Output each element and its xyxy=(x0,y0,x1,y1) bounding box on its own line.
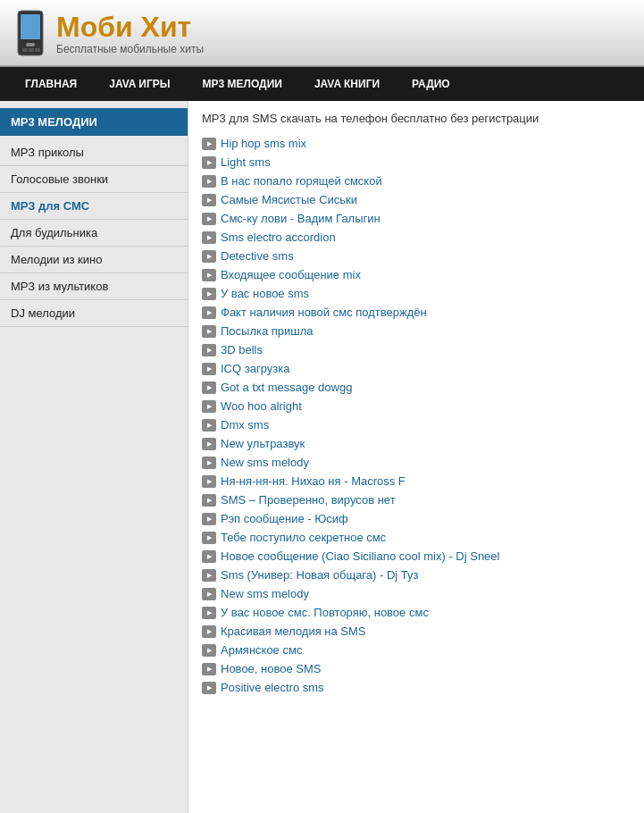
play-icon xyxy=(202,475,216,488)
track-list-item: Got a txt message dowgg xyxy=(202,378,631,397)
play-icon xyxy=(202,325,216,338)
play-icon xyxy=(202,363,216,375)
play-icon xyxy=(202,663,216,675)
sidebar: МР3 МЕЛОДИИ МРЗ приколы Голосовые звонки… xyxy=(0,101,188,334)
play-icon xyxy=(202,400,216,413)
sidebar-item-mp3-jokes[interactable]: МРЗ приколы xyxy=(0,139,188,166)
track-list-item: SMS – Проверенно, вирусов нет xyxy=(202,490,631,509)
sidebar-item-mp3-sms[interactable]: МРЗ для СМС xyxy=(0,193,188,220)
track-list-item: У вас новое sms xyxy=(202,284,631,303)
sidebar-item-dj[interactable]: DJ мелодии xyxy=(0,300,188,327)
track-link[interactable]: Рэп сообщение - Юсиф xyxy=(221,512,348,525)
track-link[interactable]: Новое сообщение (Ciao Siciliano cool mix… xyxy=(221,549,499,563)
play-icon xyxy=(202,250,216,263)
site-title: Моби Хит xyxy=(56,13,204,41)
track-link[interactable]: В нас попало горящей смской xyxy=(221,174,382,188)
track-link[interactable]: Входящее сообщение mix xyxy=(221,268,361,281)
track-link[interactable]: У вас новое sms xyxy=(221,287,309,300)
play-icon xyxy=(202,381,216,394)
track-link[interactable]: Самые Мясистые Сиськи xyxy=(221,193,357,206)
nav-item-radio[interactable]: РАДИО xyxy=(396,67,466,101)
nav: ГЛАВНАЯ JAVA ИГРЫ МР3 МЕЛОДИИ JAVA КНИГИ… xyxy=(0,67,644,101)
track-link[interactable]: SMS – Проверенно, вирусов нет xyxy=(221,493,396,507)
track-list-item: Detective sms xyxy=(202,247,631,265)
track-list-item: Sms (Универ: Новая общага) - Dj Туз xyxy=(202,566,631,584)
sidebar-item-cinema[interactable]: Мелодии из кино xyxy=(0,247,188,273)
play-icon xyxy=(202,344,216,356)
header: Моби Хит Бесплатные мобильные хиты xyxy=(0,0,644,67)
svg-rect-5 xyxy=(35,48,40,52)
play-icon xyxy=(202,569,216,582)
play-icon xyxy=(202,644,216,657)
track-link[interactable]: ICQ загрузка xyxy=(221,362,289,375)
play-icon xyxy=(202,419,216,432)
play-icon xyxy=(202,607,216,619)
track-list-item: Ня-ня-ня-ня. Нихао ня - Macross F xyxy=(202,472,631,490)
play-icon xyxy=(202,269,216,281)
track-link[interactable]: Light sms xyxy=(221,155,271,169)
track-list-item: В нас попало горящей смской xyxy=(202,172,631,190)
svg-rect-4 xyxy=(29,48,34,52)
play-icon xyxy=(202,288,216,300)
play-icon xyxy=(202,494,216,507)
track-link[interactable]: Woo hoo alright xyxy=(221,399,302,413)
track-list-item: Красивая мелодия на SMS xyxy=(202,622,631,641)
nav-item-java-books[interactable]: JAVA КНИГИ xyxy=(298,67,396,101)
svg-rect-1 xyxy=(21,14,40,39)
track-link[interactable]: New sms melody xyxy=(221,587,309,600)
track-link[interactable]: У вас новое смс. Повторяю, новое смс xyxy=(221,606,429,619)
track-list-item: Армянское смс xyxy=(202,641,631,659)
track-link[interactable]: Dmx sms xyxy=(221,418,269,432)
sidebar-item-cartoons[interactable]: МРЗ из мультиков xyxy=(0,273,188,300)
play-icon xyxy=(202,532,216,544)
track-list-item: У вас новое смс. Повторяю, новое смс xyxy=(202,603,631,622)
track-link[interactable]: Ня-ня-ня-ня. Нихао ня - Macross F xyxy=(221,474,406,488)
track-link[interactable]: Тебе поступило секретное смс xyxy=(221,531,386,544)
track-link[interactable]: Positive electro sms xyxy=(221,681,324,694)
svg-rect-2 xyxy=(26,43,35,46)
nav-item-mp3[interactable]: МР3 МЕЛОДИИ xyxy=(187,67,298,101)
play-icon xyxy=(202,438,216,450)
track-link[interactable]: Got a txt message dowgg xyxy=(221,381,352,394)
track-link[interactable]: New ультразвук xyxy=(221,437,305,450)
nav-item-java-games[interactable]: JAVA ИГРЫ xyxy=(93,67,186,101)
play-icon xyxy=(202,231,216,244)
play-icon xyxy=(202,175,216,188)
play-icon xyxy=(202,682,216,694)
track-list-item: Hip hop sms mix xyxy=(202,134,631,153)
track-list-item: Входящее сообщение mix xyxy=(202,265,631,284)
sidebar-item-voice-ringtones[interactable]: Голосовые звонки xyxy=(0,166,188,193)
track-link[interactable]: Посылка пришла xyxy=(221,324,314,338)
track-list-item: New ультразвук xyxy=(202,434,631,453)
track-link[interactable]: New sms melody xyxy=(221,456,309,469)
play-icon xyxy=(202,156,216,169)
track-link[interactable]: Sms electro accordion xyxy=(221,230,336,244)
track-link[interactable]: Факт наличия новой смс подтверждён xyxy=(221,306,427,319)
track-link[interactable]: Hip hop sms mix xyxy=(221,137,306,150)
play-icon xyxy=(202,513,216,525)
track-list-item: Woo hoo alright xyxy=(202,397,631,415)
track-list-item: Новое, новое SMS xyxy=(202,659,631,678)
track-link[interactable]: 3D bells xyxy=(221,343,263,356)
track-list-item: Новое сообщение (Ciao Siciliano cool mix… xyxy=(202,547,631,566)
track-link[interactable]: Армянское смс xyxy=(221,643,302,657)
sidebar-active-item[interactable]: МР3 МЕЛОДИИ xyxy=(0,108,188,136)
track-list-item: Посылка пришла xyxy=(202,322,631,340)
track-link[interactable]: Красивая мелодия на SMS xyxy=(221,624,366,638)
play-icon xyxy=(202,457,216,469)
play-icon xyxy=(202,194,216,206)
track-link[interactable]: Sms (Универ: Новая общага) - Dj Туз xyxy=(221,568,419,582)
track-list: Hip hop sms mixLight smsВ нас попало гор… xyxy=(202,134,631,697)
track-link[interactable]: Новое, новое SMS xyxy=(221,662,321,675)
nav-item-home[interactable]: ГЛАВНАЯ xyxy=(9,67,93,101)
track-link[interactable]: Смс-ку лови - Вадим Галыгин xyxy=(221,212,381,225)
track-list-item: New sms melody xyxy=(202,453,631,472)
main-layout: МР3 МЕЛОДИИ МРЗ приколы Голосовые звонки… xyxy=(0,101,644,813)
play-icon xyxy=(202,588,216,600)
track-list-item: ICQ загрузка xyxy=(202,359,631,378)
sidebar-item-alarm[interactable]: Для будильника xyxy=(0,220,188,247)
track-list-item: New sms melody xyxy=(202,584,631,603)
play-icon xyxy=(202,306,216,319)
content-heading: MP3 для SMS скачать на телефон бесплатно… xyxy=(202,112,631,125)
track-link[interactable]: Detective sms xyxy=(221,249,294,263)
